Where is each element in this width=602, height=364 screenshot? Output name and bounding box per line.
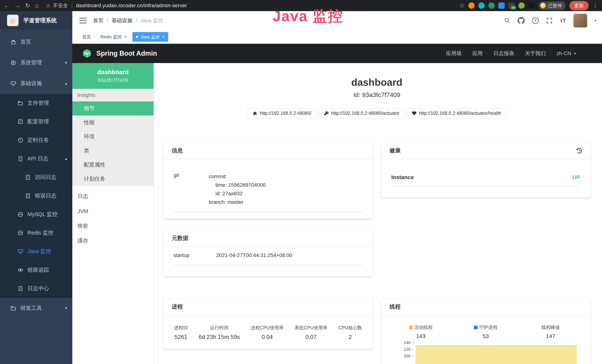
- stat-label: 进程CPU使用率: [251, 325, 284, 331]
- help-icon[interactable]: ?: [532, 17, 539, 24]
- instance-nav-environment[interactable]: 环境: [72, 130, 153, 144]
- instance-nav-configprops[interactable]: 配置属性: [72, 158, 153, 172]
- fullscreen-icon[interactable]: [546, 17, 552, 24]
- card-body: startup 2021-04-27T00:44:31.254+08:00: [163, 247, 373, 265]
- user-avatar[interactable]: [573, 14, 587, 27]
- actuator-url-link[interactable]: http://192.168.0.2:48080/actuator: [319, 108, 404, 118]
- card-title: 元数据: [172, 234, 188, 242]
- sidebar-item-access-log[interactable]: 访问日志: [0, 168, 72, 187]
- profile-paused-chip[interactable]: 已暂停: [538, 1, 566, 10]
- card-title: 健康: [389, 147, 401, 154]
- bookmark-star-icon[interactable]: ☆: [459, 3, 465, 9]
- extension-icon[interactable]: [468, 2, 475, 9]
- sidebar-item-log-center[interactable]: 日志中心: [0, 279, 72, 298]
- kebab-menu-icon[interactable]: ⋮: [592, 3, 598, 9]
- info-key: git: [173, 172, 209, 206]
- health-url-link[interactable]: http://192.168.0.2:48080/actuator/health: [407, 108, 506, 118]
- sidebar-item-home[interactable]: 首页: [0, 32, 72, 52]
- sba-nav-journal[interactable]: 日志报表: [494, 50, 514, 57]
- sidebar-item-label: 首页: [20, 38, 31, 46]
- sba-nav-applications[interactable]: 应用: [473, 50, 483, 57]
- stat-pid: 进程ID 5261: [174, 325, 188, 341]
- sidebar-item-mysql[interactable]: MySQL 监控: [0, 205, 72, 224]
- tab-redis-monitor[interactable]: Redis 监控 ×: [97, 32, 130, 42]
- legend-daemon-threads: 守护进程 53: [453, 324, 518, 339]
- sba-brand[interactable]: Spring Boot Admin: [82, 48, 157, 58]
- instance-nav-metrics[interactable]: 性能: [72, 116, 153, 130]
- close-icon[interactable]: ×: [124, 35, 127, 39]
- sidebar-item-infra[interactable]: 基础设施 ▴: [0, 73, 72, 94]
- status-badge: UP: [572, 174, 580, 181]
- card-body: 活动线程 143 守护进程: [381, 315, 591, 364]
- hamburger-icon[interactable]: [79, 18, 87, 23]
- address-bar[interactable]: ⚠ 不安全 | dashboard.yudao.iocoder.cn/infra…: [46, 2, 187, 9]
- instance-nav-details[interactable]: 细节: [72, 101, 153, 116]
- extension-icon[interactable]: [518, 2, 525, 9]
- instance-nav-mappings[interactable]: 映射: [72, 219, 153, 234]
- sidebar-item-files[interactable]: 文件管理: [0, 94, 72, 112]
- extension-icon[interactable]: [488, 2, 495, 9]
- tab-java-monitor[interactable]: Java 监控 ×: [132, 32, 168, 42]
- back-icon[interactable]: ←: [4, 3, 10, 9]
- stat-label: 系统CPU使用率: [294, 325, 327, 331]
- forward-icon[interactable]: →: [14, 3, 20, 9]
- instance-nav-jvm[interactable]: JVM: [72, 204, 153, 219]
- sidebar-item-config[interactable]: 配置管理: [0, 112, 72, 131]
- search-icon[interactable]: [504, 17, 510, 24]
- app-title: 芋道管理系统: [23, 17, 57, 24]
- instance-nav-logs[interactable]: 日志: [72, 189, 153, 204]
- app-logo[interactable]: 芋道管理系统: [0, 11, 72, 30]
- sidebar-item-label: 基础设施: [20, 80, 42, 87]
- chevron-up-icon: ▴: [65, 156, 67, 161]
- chevron-down-icon: ▾: [65, 306, 67, 310]
- stat-value: 5261: [174, 334, 187, 341]
- sidebar-item-dev-tools[interactable]: 研发工具 ▾: [0, 298, 72, 319]
- extension-icon[interactable]: [478, 2, 485, 9]
- font-size-icon[interactable]: тT: [560, 17, 566, 24]
- extension-icon[interactable]: [528, 2, 535, 9]
- extension-icon[interactable]: on: [508, 2, 515, 9]
- instance-nav-classes[interactable]: 类: [72, 144, 153, 158]
- sidebar-item-redis[interactable]: Redis 监控: [0, 224, 72, 242]
- locale-label: zh-CN: [557, 50, 571, 56]
- service-url-link[interactable]: http://192.168.0.2:48080/: [247, 108, 316, 118]
- tab-home[interactable]: 首页: [79, 32, 95, 42]
- sidebar-item-api-log[interactable]: API 日志 ▴: [0, 150, 72, 168]
- sidebar-item-jobs[interactable]: 定时任务: [0, 131, 72, 150]
- sba-nav-about[interactable]: 关于我们: [525, 50, 546, 57]
- chevron-up-icon: ▴: [65, 81, 67, 86]
- history-icon[interactable]: [576, 148, 582, 153]
- legend-value: 143: [416, 333, 426, 339]
- sba-nav-wallboard[interactable]: 应用墙: [446, 50, 462, 57]
- breadcrumb-infra[interactable]: 基础设施: [112, 17, 132, 24]
- chrome-update-button[interactable]: 更新: [569, 1, 589, 11]
- sidebar-item-label: API 日志: [27, 155, 48, 162]
- breadcrumb-home[interactable]: 首页: [93, 17, 103, 24]
- chevron-down-icon: ▾: [65, 60, 67, 65]
- close-icon[interactable]: ×: [162, 35, 165, 39]
- sidebar-item-trace[interactable]: 链路追踪: [0, 261, 72, 279]
- active-dot: [136, 36, 138, 38]
- file-icon: [18, 100, 23, 106]
- home-icon[interactable]: ⌂: [35, 3, 39, 9]
- sidebar-item-error-log[interactable]: 错误日志: [0, 187, 72, 205]
- address-divider: |: [71, 3, 73, 9]
- info-line: commit:: [209, 172, 266, 181]
- refresh-icon[interactable]: ↻: [25, 3, 30, 9]
- url-text[interactable]: dashboard.yudao.iocoder.cn/infra/admin-s…: [76, 3, 187, 9]
- instance-nav-caches[interactable]: 缓存: [72, 234, 153, 248]
- chevron-down-icon[interactable]: ▾: [595, 18, 596, 23]
- github-icon[interactable]: [518, 17, 525, 24]
- sidebar-item-label: MySQL 监控: [27, 211, 57, 218]
- sidebar-item-system[interactable]: 系统管理 ▾: [0, 52, 72, 73]
- tab-label: Java 监控: [140, 34, 160, 40]
- sidebar-item-java-monitor[interactable]: Java 监控: [0, 242, 72, 261]
- sidebar-item-label: 日志中心: [27, 285, 49, 292]
- instance-nav-scheduled-tasks[interactable]: 计划任务: [72, 172, 153, 186]
- sba-locale-select[interactable]: zh-CN ▾: [557, 50, 576, 56]
- instance-id: 93a3fc7f7409: [76, 77, 150, 83]
- java-monitor-icon: [18, 249, 23, 254]
- instance-header[interactable]: dashboard 93a3fc7f7409: [72, 63, 153, 89]
- cards-grid: 信息 git commit: time: 1596289704000: [163, 142, 591, 364]
- extension-icon[interactable]: [498, 2, 505, 9]
